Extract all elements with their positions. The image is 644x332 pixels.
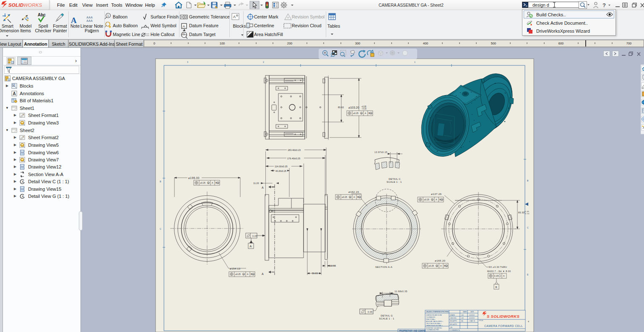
svg-text:B: B xyxy=(496,286,497,288)
svg-text:A: A xyxy=(22,180,24,183)
svg-text:2: 2 xyxy=(263,61,264,63)
svg-text:CAMERA FORWARD CELL: CAMERA FORWARD CELL xyxy=(484,324,523,327)
svg-text:114.00±0.25: 114.00±0.25 xyxy=(275,165,288,168)
svg-text:300: 300 xyxy=(355,42,361,45)
svg-text:A: A xyxy=(13,84,15,87)
svg-text:M: M xyxy=(361,112,362,114)
svg-text:600: 600 xyxy=(558,42,564,45)
svg-text:JLB: JLB xyxy=(461,317,464,319)
svg-text:WORKS: WORKS xyxy=(23,3,42,8)
svg-text:DRAWN: DRAWN xyxy=(450,314,455,316)
svg-text:A: A xyxy=(262,186,264,189)
svg-text:⌀165.20: ⌀165.20 xyxy=(435,259,446,262)
svg-text:S SOLIDWORKS: S SOLIDWORKS xyxy=(487,314,519,319)
svg-text:JLB: JLB xyxy=(461,314,464,316)
svg-text:⌀195.00: ⌀195.00 xyxy=(188,176,200,179)
svg-text:AAA: AAA xyxy=(86,16,93,19)
svg-text:1: 1 xyxy=(107,14,109,17)
svg-text:A: A xyxy=(233,15,236,19)
svg-text:500: 500 xyxy=(491,42,496,45)
svg-text:PROPRIETARY AND CONFID: PROPRIETARY AND CONFID xyxy=(399,330,426,332)
svg-text:10.55: 10.55 xyxy=(330,265,336,267)
svg-text:A: A xyxy=(13,91,16,96)
svg-text:1: 1 xyxy=(414,61,415,63)
svg-text:0.06: 0.06 xyxy=(368,311,372,313)
svg-text:1 MAY 18: 1 MAY 18 xyxy=(469,320,475,322)
svg-text:A: A xyxy=(183,24,185,29)
svg-text:⌀0.25: ⌀0.25 xyxy=(353,112,358,114)
svg-text:Abc: Abc xyxy=(38,13,46,17)
svg-text:SCALE 1 : 1: SCALE 1 : 1 xyxy=(379,317,394,320)
svg-text:100: 100 xyxy=(220,42,225,45)
svg-text:Q.A.: Q.A. xyxy=(450,327,452,328)
svg-text:M4X0.7 - 6H ▼ 8.00: M4X0.7 - 6H ▼ 8.00 xyxy=(487,270,511,272)
svg-text:A: A xyxy=(262,272,264,275)
svg-text:11.20: 11.20 xyxy=(253,182,259,184)
svg-text:ENG APPR.: ENG APPR. xyxy=(450,320,457,322)
svg-text:40.26±0.25: 40.26±0.25 xyxy=(275,170,286,172)
svg-text:3: 3 xyxy=(187,61,188,63)
svg-text:SOLID: SOLID xyxy=(8,3,23,8)
svg-text:AAA: AAA xyxy=(86,19,93,22)
svg-text:TWO PLACE DECIMAL ±: TWO PLACE DECIMAL ± xyxy=(426,323,441,324)
svg-text:TOLERANCES:: TOLERANCES: xyxy=(426,316,436,318)
svg-text:183.40±0.15: 183.40±0.15 xyxy=(288,149,301,151)
svg-text:MFG APPR.: MFG APPR. xyxy=(450,324,457,325)
svg-text:THREE PLACE DECIMAL ±: THREE PLACE DECIMAL ± xyxy=(426,325,443,327)
svg-text:A1: A1 xyxy=(182,32,185,35)
svg-text:A: A xyxy=(22,195,24,198)
svg-text:CHECKED: CHECKED xyxy=(450,317,457,319)
svg-text:13.97±0.15: 13.97±0.15 xyxy=(374,151,387,153)
svg-text:TOLERANCING PER:: TOLERANCING PER: xyxy=(426,329,439,331)
svg-text:DATE: DATE xyxy=(470,311,474,313)
svg-text:⌀162.15: ⌀162.15 xyxy=(348,190,359,193)
svg-text:05/09/18: 05/09/18 xyxy=(469,317,475,319)
svg-text:C: C xyxy=(527,226,529,229)
svg-text:9X ⌀3.30 THRU: 9X ⌀3.30 THRU xyxy=(489,266,507,268)
svg-text:700: 700 xyxy=(626,42,632,45)
svg-text:176.40±0.25: 176.40±0.25 xyxy=(287,157,300,160)
svg-text:?: ? xyxy=(602,2,606,8)
svg-text:COMMENTS:: COMMENTS: xyxy=(450,329,460,331)
svg-text:FRACTIONAL±: FRACTIONAL± xyxy=(426,319,435,320)
svg-text:400: 400 xyxy=(423,42,428,45)
svg-text:UNLESS OTHERWISE SPECIFIED:: UNLESS OTHERWISE SPECIFIED: xyxy=(426,311,449,313)
svg-text:- 0.10: - 0.10 xyxy=(361,108,366,110)
svg-text:TITLE:: TITLE: xyxy=(479,320,483,322)
svg-text:⌀137.26: ⌀137.26 xyxy=(431,192,442,195)
svg-text:0: 0 xyxy=(153,42,155,45)
svg-text:NAME: NAME xyxy=(463,311,467,313)
svg-text:DETAIL G: DETAIL G xyxy=(381,314,393,317)
svg-text:M: M xyxy=(370,112,371,114)
svg-text:DETAIL C: DETAIL C xyxy=(389,178,401,180)
svg-text:⌀154.13: ⌀154.13 xyxy=(230,267,241,270)
svg-text:⌀103.20: ⌀103.20 xyxy=(348,106,359,109)
svg-text:A: A xyxy=(250,245,252,248)
svg-text:83.62: 83.62 xyxy=(338,106,344,109)
svg-text:200: 200 xyxy=(287,42,293,45)
svg-text:0.05: 0.05 xyxy=(252,235,257,237)
svg-text:SCALE 1 : 1: SCALE 1 : 1 xyxy=(387,181,402,183)
svg-text:- 0.10: - 0.10 xyxy=(524,213,530,215)
svg-text:DIMENSIONS ARE IN MM: DIMENSIONS ARE IN MM xyxy=(426,314,442,316)
svg-text:ANGULAR: MACH± BEND ±: ANGULAR: MACH± BEND ± xyxy=(426,321,443,322)
svg-text:0.15: 0.15 xyxy=(494,275,499,277)
svg-text:SECTION A-A: SECTION A-A xyxy=(375,266,392,268)
svg-text:05/09/18: 05/09/18 xyxy=(469,314,475,316)
svg-text:C: C xyxy=(160,228,161,230)
svg-text:4: 4 xyxy=(528,320,529,323)
svg-text:59.83: 59.83 xyxy=(312,272,318,275)
svg-text:11.68±0.35: 11.68±0.35 xyxy=(395,290,408,293)
